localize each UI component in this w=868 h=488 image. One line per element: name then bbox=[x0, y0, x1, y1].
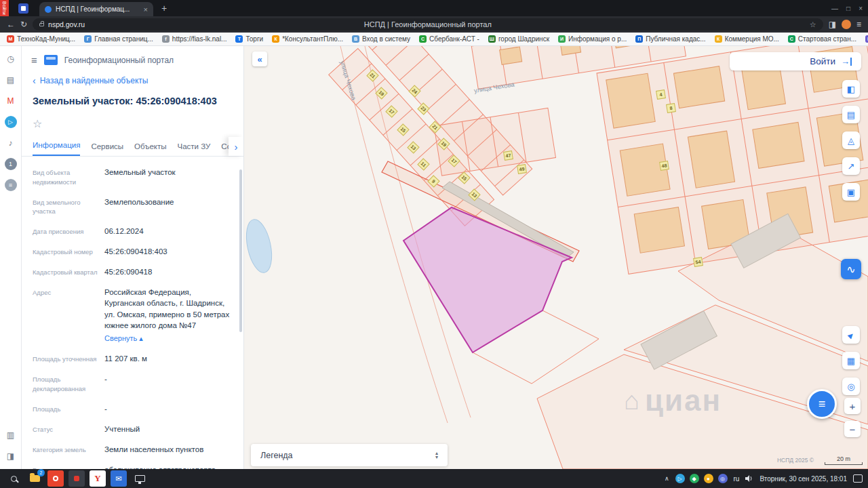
telegram-icon[interactable]: ▷ bbox=[5, 116, 17, 128]
house-number[interactable]: 47 bbox=[503, 150, 513, 161]
search-icon[interactable] bbox=[5, 470, 22, 487]
bookmark-item[interactable]: МТехноКад-Муниц... bbox=[7, 35, 75, 43]
bookmark-item[interactable]: ППубличная кадас... bbox=[635, 35, 705, 43]
panel-collapse-button[interactable]: « bbox=[252, 52, 267, 66]
pinned-vertical-tab[interactable]: Войти bbox=[0, 0, 9, 16]
panel-tab[interactable]: Сервисы bbox=[91, 142, 123, 156]
tabs-overflow-button[interactable]: › bbox=[229, 137, 243, 156]
red-app-icon[interactable] bbox=[47, 470, 64, 487]
yandex-browser-icon[interactable]: Y bbox=[90, 470, 106, 487]
window-minimize-button[interactable]: — bbox=[831, 5, 838, 12]
profile-avatar[interactable] bbox=[842, 20, 851, 29]
notification-center-icon[interactable] bbox=[853, 474, 863, 483]
language-indicator[interactable]: ru bbox=[734, 475, 740, 483]
mail-icon[interactable]: ✉ bbox=[111, 470, 127, 487]
tab-close-icon[interactable]: × bbox=[144, 5, 148, 14]
house-number[interactable]: 24 bbox=[408, 85, 420, 97]
taskbar-datetime[interactable]: Вторник, 30 сен 2025, 18:01 bbox=[760, 475, 847, 483]
extensions-icon[interactable]: ◨ bbox=[829, 20, 836, 29]
map-area[interactable]: 2124192317211519131711159134749484854 ул… bbox=[244, 46, 868, 469]
tray-shield-icon[interactable]: ◆ bbox=[690, 474, 699, 483]
panel-scrollbar[interactable] bbox=[239, 169, 242, 332]
layers-tool[interactable]: ◧ bbox=[842, 80, 860, 98]
house-number[interactable]: 17 bbox=[385, 105, 397, 117]
house-number[interactable]: 9 bbox=[427, 175, 439, 187]
house-number[interactable]: 4 bbox=[656, 89, 666, 100]
house-number[interactable]: 13 bbox=[468, 188, 480, 201]
house-number[interactable]: 15 bbox=[397, 123, 409, 136]
login-button[interactable]: Войти → bbox=[730, 52, 861, 70]
house-number[interactable]: 15 bbox=[458, 171, 470, 184]
dark-app-icon[interactable] bbox=[68, 470, 85, 487]
print-tool[interactable]: ▣ bbox=[842, 183, 860, 201]
locate-tool[interactable]: ▲ bbox=[842, 326, 860, 344]
bookmark-item[interactable]: Шгород Шадринск bbox=[488, 35, 549, 43]
tray-telegram-icon[interactable]: ▷ bbox=[675, 474, 685, 483]
house-number[interactable]: 17 bbox=[448, 155, 460, 167]
info-tool[interactable]: ◎ bbox=[842, 378, 860, 395]
house-number[interactable]: 19 bbox=[375, 87, 387, 99]
area-measure-tool[interactable]: ◬ bbox=[842, 131, 860, 149]
zoom-out-button[interactable]: − bbox=[844, 421, 861, 437]
side-panel-toggle-icon[interactable]: ◨ bbox=[5, 450, 17, 462]
bookmark-item[interactable]: ВВход в систему bbox=[352, 35, 410, 43]
history-icon[interactable]: ◷ bbox=[5, 53, 17, 65]
house-number[interactable]: 23 bbox=[417, 102, 429, 115]
window-close-button[interactable]: × bbox=[859, 5, 863, 12]
panel-tab[interactable]: Объекты bbox=[134, 142, 166, 156]
chat-panel-icon[interactable]: ≡ bbox=[5, 179, 17, 191]
house-number[interactable]: 49 bbox=[517, 164, 527, 174]
bookmark-item[interactable]: ППлатформа госу... bbox=[865, 35, 868, 43]
house-number[interactable]: 8 bbox=[666, 103, 676, 113]
bookmark-star-icon[interactable]: ☆ bbox=[810, 20, 816, 29]
settings-icon[interactable]: ▥ bbox=[5, 429, 17, 441]
speaker-icon[interactable] bbox=[745, 475, 753, 482]
notes-icon[interactable]: 1 bbox=[5, 158, 17, 170]
refresh-button[interactable]: ↻ bbox=[20, 20, 27, 29]
house-number[interactable]: 21 bbox=[366, 69, 378, 81]
legend-toggle-icon[interactable]: ▴▾ bbox=[435, 451, 438, 460]
house-number[interactable]: 13 bbox=[407, 141, 419, 153]
window-maximize-button[interactable]: □ bbox=[846, 5, 850, 12]
new-tab-button[interactable]: + bbox=[161, 3, 167, 14]
chat-button[interactable]: ≡ bbox=[807, 389, 837, 419]
folder-icon[interactable]: 2 bbox=[26, 470, 43, 487]
share-tool[interactable]: ↗ bbox=[842, 157, 860, 175]
house-number[interactable]: 19 bbox=[437, 138, 450, 150]
overview-map-tool[interactable]: ▦ bbox=[842, 352, 860, 369]
browser-menu-icon[interactable]: ≡ bbox=[856, 20, 861, 29]
bookmark-item[interactable]: ССбербанк-АСТ - bbox=[419, 35, 479, 43]
portal-menu-icon[interactable]: ≡ bbox=[31, 54, 37, 66]
house-number[interactable]: 11 bbox=[417, 158, 429, 170]
bookmark-item[interactable]: ГГлавная страниц... bbox=[84, 35, 153, 43]
address-collapse-link[interactable]: Свернуть ▴ bbox=[104, 333, 233, 344]
bookmark-item[interactable]: ИИнформация о р... bbox=[558, 35, 627, 43]
measure-tool[interactable]: ▤ bbox=[842, 106, 860, 123]
bookmark-item[interactable]: ССтартовая стран... bbox=[788, 35, 856, 43]
legend-panel[interactable]: Легенда ▴▾ bbox=[251, 444, 448, 466]
back-button[interactable]: ← bbox=[7, 20, 15, 29]
tray-app-icon[interactable]: ◎ bbox=[718, 474, 728, 483]
pinned-app-icon[interactable] bbox=[18, 3, 28, 14]
zoom-in-button[interactable]: + bbox=[844, 398, 861, 414]
bookmark-item[interactable]: fhttps://fias-lk.nal... bbox=[162, 35, 227, 43]
bookmark-item[interactable]: К*КонсультантПлю... bbox=[272, 35, 343, 43]
monitor-icon[interactable] bbox=[132, 470, 148, 487]
draw-tool[interactable]: ∿ bbox=[841, 259, 861, 279]
back-to-results-link[interactable]: ‹ Назад в найденные объекты bbox=[22, 71, 243, 90]
address-bar[interactable]: nspd.gov.ru НСПД | Геоинформационный пор… bbox=[33, 18, 823, 30]
tray-dot-icon[interactable]: ● bbox=[704, 474, 713, 483]
favorite-star-icon[interactable]: ☆ bbox=[22, 109, 243, 130]
bookmark-item[interactable]: ТТорги bbox=[235, 35, 263, 43]
gmail-icon[interactable]: M bbox=[5, 95, 17, 107]
browser-tab[interactable]: НСПД | Геоинформац... × bbox=[39, 2, 153, 16]
house-number[interactable]: 48 bbox=[659, 161, 669, 171]
music-icon[interactable]: ♪ bbox=[5, 137, 17, 149]
house-number[interactable]: 21 bbox=[429, 121, 441, 133]
panel-tab[interactable]: Информация bbox=[33, 141, 80, 156]
tray-expand-icon[interactable]: ∧ bbox=[665, 475, 669, 482]
panel-tab[interactable]: Части ЗУ bbox=[178, 142, 211, 156]
house-number[interactable]: 54 bbox=[693, 257, 703, 267]
bookmark-item[interactable]: ККоммерция МО... bbox=[715, 35, 779, 43]
bookmarks-panel-icon[interactable]: ▤ bbox=[5, 74, 17, 86]
